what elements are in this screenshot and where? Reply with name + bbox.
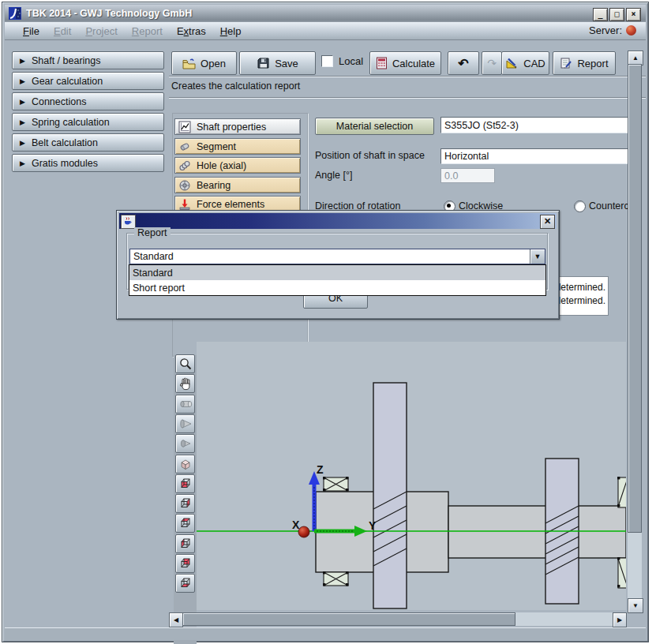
menu-item-project: Project (78, 24, 124, 39)
hole-axial-button[interactable]: Hole (axial) (174, 157, 301, 174)
hand-icon (178, 376, 193, 391)
vertical-scrollbar-thumb[interactable] (628, 64, 642, 533)
status-text: Creates the calculation report (171, 80, 300, 92)
server-label: Server: (589, 24, 622, 36)
wheel-icon (178, 179, 191, 192)
report-group-label: Report (134, 227, 171, 238)
local-checkbox[interactable] (321, 55, 333, 67)
calculator-icon (376, 57, 388, 69)
dialog-title-bar[interactable]: ✕ (119, 213, 557, 229)
cube-iso-tool-button[interactable] (175, 455, 195, 474)
cube-top-tool-button[interactable] (175, 514, 195, 533)
undo-button[interactable]: ↶ (448, 51, 479, 75)
menu-item-extras[interactable]: Extras (170, 24, 213, 39)
cube-front-tool-button[interactable] (175, 474, 195, 493)
report-type-dropdown-list: StandardShort report (129, 264, 546, 296)
dropdown-option-standard[interactable]: Standard (129, 265, 545, 280)
material-selection-button[interactable]: Material selection (315, 118, 434, 135)
magnifier-tool-button[interactable] (175, 354, 195, 373)
cube-left-tool-button[interactable] (175, 534, 195, 553)
segment-button[interactable]: Segment (174, 138, 301, 155)
cube-left-icon (178, 537, 193, 551)
magnifier-icon (178, 357, 193, 371)
counterclockwise-radio[interactable] (574, 200, 586, 212)
sidebar-item-belt-calculation[interactable]: ▶Belt calculation (12, 133, 164, 152)
coil-icon (178, 159, 191, 172)
cone2-icon (178, 436, 193, 451)
report-type-combobox[interactable]: Standard ▼ (129, 249, 545, 264)
menu-item-report: Report (125, 24, 170, 39)
expand-arrow-icon: ▶ (20, 77, 25, 85)
cube-right-tool-button[interactable] (175, 494, 195, 513)
open-folder-icon (182, 58, 196, 69)
shaft-drawing-canvas[interactable]: Z Y X (197, 342, 626, 610)
material-field[interactable]: S355JO (St52-3) (440, 117, 629, 133)
menu-bar: FileEditProjectReportExtrasHelp Server: (5, 22, 646, 40)
sidebar-item-gratis-modules[interactable]: ▶Gratis modules (12, 154, 164, 172)
report-notepad-icon (560, 57, 572, 69)
combobox-dropdown-arrow-icon[interactable]: ▼ (530, 249, 545, 264)
server-status: Server: (589, 24, 636, 36)
angle-label: Angle [°] (315, 170, 352, 181)
open-button[interactable]: Open (171, 51, 237, 75)
calculate-button[interactable]: Calculate (369, 51, 441, 75)
undo-icon: ↶ (458, 56, 468, 71)
scroll-down-button[interactable]: ▼ (628, 598, 643, 613)
bearing-button[interactable]: Bearing (174, 177, 301, 193)
gears (373, 383, 579, 608)
cad-button[interactable]: CAD (501, 51, 549, 75)
hand-tool-button[interactable] (175, 374, 195, 393)
report-button[interactable]: Report (553, 51, 616, 75)
cube-bottom-icon (178, 576, 193, 590)
cylinder-side-tool-button[interactable] (175, 395, 195, 414)
save-button[interactable]: Save (239, 51, 316, 75)
cube-back-tool-button[interactable] (175, 554, 195, 573)
content-area: ▶Shaft / bearings▶Gear calculation▶Conne… (5, 39, 646, 627)
scroll-right-button[interactable]: ▶ (613, 612, 627, 627)
report-dialog: ✕ Report Standard ▼ OK StandardShort rep… (116, 210, 560, 320)
maximize-button[interactable]: □ (609, 8, 624, 21)
sidebar-item-shaft-bearings[interactable]: ▶Shaft / bearings (12, 51, 164, 69)
scroll-left-button[interactable]: ◀ (169, 612, 183, 627)
close-button[interactable]: × (626, 8, 641, 21)
redo-button[interactable]: ↷ (482, 51, 502, 75)
local-checkbox-label: Local (339, 55, 363, 67)
window-title: TBK 2014 - GWJ Technology GmbH (26, 8, 192, 19)
expand-arrow-icon: ▶ (20, 57, 25, 65)
axis-label-y: Y (369, 519, 377, 532)
local-checkbox-group[interactable]: Local (321, 55, 363, 67)
sidebar-item-spring-calculation[interactable]: ▶Spring calculation (12, 113, 164, 131)
cube-back-icon (178, 556, 193, 571)
expand-arrow-icon: ▶ (20, 98, 25, 106)
dialog-close-button[interactable]: ✕ (540, 215, 555, 229)
sidebar-item-gear-calculation[interactable]: ▶Gear calculation (12, 72, 164, 90)
sidebar-item-connections[interactable]: ▶Connections (12, 92, 164, 110)
open-button-label: Open (201, 58, 226, 69)
cube-front-icon (178, 477, 193, 491)
cone-tool-button[interactable] (175, 414, 195, 433)
force-icon (178, 198, 191, 211)
shaft-properties-button[interactable]: Shaft properties (174, 118, 301, 135)
counterclockwise-radio-label: Counterclockwise (589, 200, 628, 212)
position-label: Position of shaft in space (315, 150, 425, 161)
dropdown-option-short-report[interactable]: Short report (129, 280, 545, 295)
axis-label-z: Z (317, 463, 324, 476)
title-bar[interactable]: TBK 2014 - GWJ Technology GmbH _ □ × (5, 5, 646, 22)
cad-ruler-icon (505, 57, 519, 69)
minimize-button[interactable]: _ (593, 8, 608, 21)
cube-bottom-tool-button[interactable] (175, 574, 195, 593)
window-bottom-frame (5, 627, 646, 640)
position-field[interactable]: Horizontal (440, 148, 629, 164)
cylinder-side-icon (178, 397, 193, 411)
cube-iso-icon (178, 457, 193, 471)
cube-top-icon (178, 516, 193, 530)
horizontal-scrollbar-thumb[interactable] (182, 612, 515, 626)
menu-item-file[interactable]: File (16, 24, 47, 39)
cone-icon (178, 417, 193, 431)
combobox-value: Standard (130, 251, 530, 262)
expand-arrow-icon: ▶ (20, 159, 25, 167)
cone2-tool-button[interactable] (175, 434, 195, 453)
menu-item-help[interactable]: Help (213, 24, 249, 39)
expand-arrow-icon: ▶ (20, 118, 25, 126)
report-button-label: Report (577, 58, 608, 69)
